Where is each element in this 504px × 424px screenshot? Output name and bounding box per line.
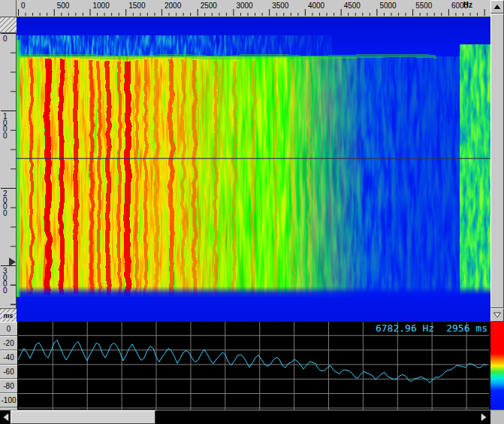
spectrogram-stripe	[252, 60, 255, 295]
hscrollbar-thumb[interactable]	[11, 410, 155, 424]
frequency-unit-label: Hz	[463, 1, 472, 9]
spectrogram-stripe	[214, 60, 217, 295]
ruler-tick-label: 0	[3, 209, 8, 217]
spectrogram-stripe	[90, 60, 94, 295]
ruler-tick-label: 5500	[415, 2, 433, 10]
db-axis-label: -20	[0, 336, 17, 350]
scroll-down-icon	[493, 312, 501, 318]
time-unit-label: ms	[2, 312, 14, 320]
spectrogram-stripe	[30, 60, 33, 295]
db-axis-label: -60	[0, 365, 17, 379]
time-readout: 2956 ms	[446, 323, 487, 334]
db-axis-label: -80	[0, 379, 17, 393]
db-axis-label: 0	[0, 322, 17, 336]
scroll-left-icon	[3, 413, 9, 421]
ruler-tick-label: 1500	[128, 2, 146, 10]
spectrogram-stripe	[169, 60, 174, 295]
spectrogram-stripe	[182, 60, 185, 295]
spectrum-curve	[18, 340, 487, 383]
spectrogram-stripe	[193, 60, 197, 295]
scroll-up-button[interactable]	[490, 0, 504, 14]
db-axis-label: -40	[0, 350, 17, 365]
scroll-right-button[interactable]	[478, 410, 490, 424]
scroll-left-button[interactable]	[0, 410, 11, 424]
vscrollbar-thumb[interactable]	[490, 14, 504, 308]
spectrogram-left-edge2	[19, 40, 20, 297]
horizontal-scrollbar[interactable]	[0, 410, 490, 424]
frequency-ruler-ticks: 0500100015002000250030003500400045005000…	[17, 0, 490, 17]
ruler-hatch-top	[0, 17, 17, 33]
spectrogram-stripe	[274, 60, 277, 295]
frequency-ruler: 0500100015002000250030003500400045005000…	[17, 0, 490, 17]
ruler-tick-label: 0	[3, 286, 8, 295]
ruler-tick-label: 0	[3, 35, 8, 43]
spectrogram-stripe	[233, 60, 236, 295]
frequency-readout: 6782.96 Hz	[376, 323, 434, 334]
spectrogram-canvas[interactable]	[17, 17, 490, 322]
spectrogram-right-band	[460, 44, 490, 294]
vertical-scrollbar[interactable]	[490, 0, 504, 322]
db-axis-label: -100	[0, 393, 17, 407]
spectrogram-stripe	[59, 60, 64, 295]
ruler-tick-label: 1000	[92, 2, 110, 10]
scrollbar-corner	[490, 410, 504, 424]
ruler-tick-label: 4500	[344, 2, 361, 10]
crosshair-line	[17, 158, 490, 159]
spectrum-panel: dB 0-20-40-60-80-100 6782.96 Hz 2956 ms	[0, 322, 504, 410]
spectrum-plot[interactable]: 6782.96 Hz 2956 ms	[18, 322, 489, 410]
ruler-tick-label: 2000	[164, 2, 182, 10]
time-ruler-ticks: 0100020003000	[0, 17, 16, 322]
ruler-tick-label: 2500	[201, 2, 218, 10]
spectrogram-stripe	[155, 60, 158, 295]
time-ruler: 0100020003000 ms	[0, 17, 17, 322]
spectrogram-stripe	[98, 60, 101, 295]
playhead-marker[interactable]	[9, 257, 16, 266]
scroll-down-button[interactable]	[490, 308, 504, 322]
ruler-tick-label: 0	[21, 2, 26, 10]
cursor-readout: 6782.96 Hz 2956 ms	[376, 323, 487, 334]
ruler-tick-label: 3500	[272, 2, 289, 10]
color-scale	[490, 322, 504, 410]
spectrogram-bottom-fade	[17, 286, 490, 298]
ruler-corner-cell	[0, 0, 17, 17]
spectrogram-stripe	[45, 60, 51, 295]
ruler-tick-label: 3000	[236, 2, 253, 10]
spectrogram-left-edge	[17, 40, 19, 297]
spectrogram-stripe	[118, 60, 121, 295]
db-axis: dB 0-20-40-60-80-100	[0, 322, 18, 410]
scroll-up-icon	[493, 4, 501, 10]
spectrogram-stripe	[125, 60, 131, 295]
spectrogram-stripe	[291, 60, 294, 295]
ruler-tick-label: 0	[3, 132, 8, 140]
spectrogram-stripe	[144, 60, 147, 295]
spectrogram-onset-edge	[17, 55, 437, 59]
ruler-tick-label: 4000	[308, 2, 325, 10]
spectrogram-stripe	[135, 60, 138, 295]
spectrogram-stripe	[106, 60, 110, 295]
ruler-tick-label: 5000	[379, 2, 397, 10]
app-window: 0500100015002000250030003500400045005000…	[0, 0, 504, 424]
scroll-right-icon	[481, 413, 487, 421]
spectrogram-stripe	[74, 60, 78, 295]
ruler-tick-label: 500	[57, 2, 70, 10]
spectrogram-stripe	[308, 60, 311, 295]
time-unit-cell: ms	[0, 308, 17, 322]
